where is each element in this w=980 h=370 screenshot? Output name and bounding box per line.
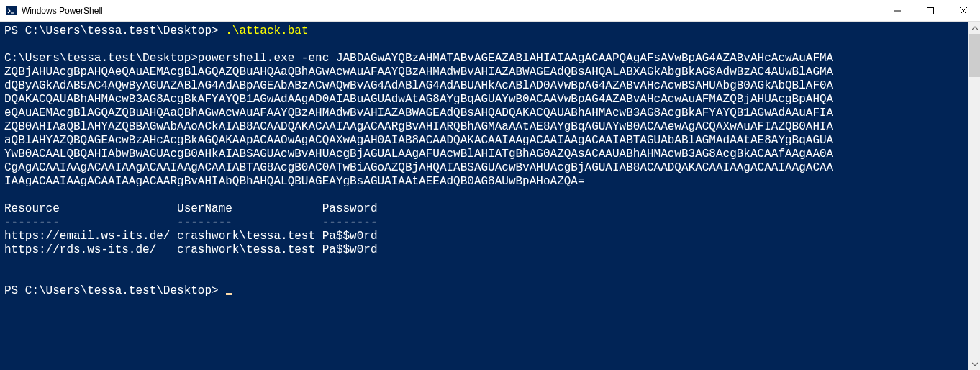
scroll-thumb[interactable] (969, 34, 980, 77)
maximize-button[interactable] (914, 0, 947, 22)
svg-rect-3 (927, 8, 934, 14)
titlebar[interactable]: Windows PowerShell (0, 0, 980, 22)
terminal-content[interactable]: PS C:\Users\tessa.test\Desktop> .\attack… (0, 22, 968, 370)
powershell-icon (6, 5, 17, 17)
enc-line: aQBlAHYAZQBQAGEAcwBzAHcAcgBkAGQAKAApACAA… (4, 134, 833, 147)
scroll-down-button[interactable] (968, 358, 980, 370)
enc-line: DQAKACQAUABhAHMAcwB3AG8AcgBkAFYAYQB1AGwA… (4, 93, 833, 106)
terminal-area: PS C:\Users\tessa.test\Desktop> .\attack… (0, 22, 980, 370)
enc-line: ZQBjAHUAcgBpAHQAeQAuAEMAcgBlAGQAZQBuAHQA… (4, 66, 833, 78)
table-output: Resource UserName Password -------- ----… (4, 202, 377, 256)
window-title: Windows PowerShell (22, 6, 103, 16)
vertical-scrollbar[interactable] (968, 22, 980, 370)
window-controls (881, 0, 980, 22)
exec-line: C:\Users\tessa.test\Desktop>powershell.e… (4, 52, 833, 65)
enc-line: IAAgACAAIAAgACAAIAAgACAARgBvAHIAbQBhAHQA… (4, 175, 585, 188)
minimize-button[interactable] (881, 0, 914, 22)
enc-line: ZQB0AHIAaQBlAHYAZQBBAGwAbAAoACkAIAB8ACAA… (4, 120, 833, 133)
enc-line: YwB0ACAALQBQAHIAbwBwAGUAcgB0AHkAIABSAGUA… (4, 148, 833, 161)
prompt-line-2: PS C:\Users\tessa.test\Desktop> (4, 284, 225, 297)
command-input: .\attack.bat (225, 24, 308, 37)
svg-rect-0 (6, 6, 17, 15)
enc-line: eQAuAEMAcgBlAGQAZQBuAHQAaQBhAGwAcwAuAFAA… (4, 107, 833, 119)
enc-line: dQByAGkAdAB5AC4AQwByAGUAZABlAG4AdABpAGEA… (4, 79, 833, 92)
cursor (226, 293, 232, 295)
scroll-up-button[interactable] (968, 22, 980, 34)
prompt-line-1: PS C:\Users\tessa.test\Desktop> (4, 24, 225, 37)
close-button[interactable] (947, 0, 980, 22)
enc-line: CgAgACAAIAAgACAAIAAgACAAIAAgACAAIABTAG8A… (4, 161, 833, 174)
